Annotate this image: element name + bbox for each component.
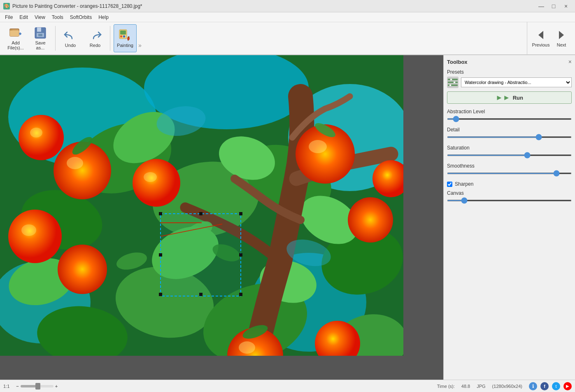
canvas-slider[interactable]: [447, 200, 572, 201]
social-icons: ℹ f t ▶: [529, 382, 572, 390]
zoom-control: − +: [16, 384, 58, 389]
save-as-label: Save as...: [35, 40, 45, 50]
svg-point-38: [67, 157, 83, 169]
undo-label: Undo: [65, 43, 76, 48]
previous-icon: [535, 29, 547, 42]
svg-point-48: [348, 197, 393, 243]
redo-button[interactable]: Redo: [84, 24, 107, 52]
minimize-button[interactable]: —: [535, 0, 547, 12]
menu-file[interactable]: File: [2, 14, 16, 21]
undo-button[interactable]: Undo: [59, 24, 82, 52]
canvas-area[interactable]: [0, 55, 443, 380]
svg-marker-14: [538, 31, 543, 39]
info-icon[interactable]: ℹ: [529, 382, 537, 390]
toolbox-panel: Toolbox × Presets Watercolor: [443, 55, 575, 380]
svg-rect-62: [159, 212, 162, 215]
svg-rect-11: [120, 35, 122, 37]
presets-section: Presets Watercolor drawing - Abstractio.…: [447, 69, 572, 104]
saturation-label: Saturation: [447, 145, 572, 151]
redo-label: Redo: [90, 43, 100, 48]
window-controls: — □ ×: [535, 0, 572, 12]
sharpen-row: Sharpen: [447, 181, 572, 187]
svg-point-39: [19, 115, 64, 160]
sharpen-label[interactable]: Sharpen: [455, 181, 473, 187]
run-label: Run: [513, 95, 523, 101]
image-dimensions: (1280x960x24): [492, 384, 522, 389]
time-label: Time (s):: [437, 384, 455, 389]
time-value: 48.8: [461, 384, 470, 389]
previous-button[interactable]: Previous: [531, 24, 551, 52]
redo-icon: [88, 29, 102, 42]
previous-label: Previous: [532, 42, 550, 47]
svg-point-46: [133, 159, 180, 207]
canvas-label: Canvas: [447, 190, 572, 196]
maximize-button[interactable]: □: [548, 0, 559, 12]
add-files-button[interactable]: Add File(s)...: [4, 24, 27, 52]
svg-point-43: [8, 210, 62, 263]
zoom-thumb[interactable]: [35, 383, 40, 390]
svg-point-44: [21, 224, 36, 236]
saturation-slider[interactable]: [447, 154, 572, 156]
status-bar: 1:1 − + Time (s): 48.8 JPG (1280x960x24)…: [0, 380, 575, 392]
svg-rect-72: [448, 79, 458, 80]
close-button[interactable]: ×: [560, 0, 572, 12]
toolbox-title: Toolbox: [447, 59, 468, 65]
title-bar: 🎨 Picture to Painting Converter - orange…: [0, 0, 575, 12]
toolbar-sep-1: [55, 26, 56, 51]
canvas-section: Canvas: [447, 190, 572, 205]
painting-button[interactable]: Painting: [114, 24, 137, 52]
svg-rect-65: [159, 253, 162, 257]
menu-help[interactable]: Help: [95, 14, 112, 21]
svg-point-47: [144, 172, 157, 182]
svg-rect-67: [159, 293, 162, 296]
zoom-track: [21, 385, 54, 387]
window-title: Picture to Painting Converter - oranges-…: [12, 3, 142, 9]
status-info: Time (s): 48.8 JPG (1280x960x24) ℹ f t ▶: [437, 382, 572, 390]
abstraction-slider[interactable]: [447, 118, 572, 120]
file-format: JPG: [477, 384, 485, 389]
abstraction-slider-section: Abstraction Level: [447, 109, 572, 124]
svg-rect-10: [120, 30, 126, 35]
preset-dropdown[interactable]: Watercolor drawing - Abstractio... Oil p…: [461, 77, 572, 87]
next-button[interactable]: Next: [551, 24, 572, 52]
zoom-in-icon[interactable]: +: [55, 384, 58, 389]
svg-marker-15: [559, 31, 564, 39]
svg-point-76: [454, 82, 456, 84]
svg-point-13: [127, 37, 130, 40]
toolbox-header: Toolbox ×: [447, 58, 572, 65]
detail-slider-section: Detail: [447, 127, 572, 142]
run-arrow-icon: ►►: [496, 93, 510, 102]
menu-tools[interactable]: Tools: [49, 14, 67, 21]
toolbox-close-button[interactable]: ×: [568, 58, 572, 65]
twitter-icon[interactable]: t: [552, 382, 560, 390]
save-as-button[interactable]: Save as...: [29, 24, 52, 52]
add-files-label: Add File(s)...: [7, 40, 24, 50]
youtube-icon[interactable]: ▶: [563, 382, 572, 390]
svg-point-75: [450, 79, 452, 81]
svg-rect-61: [161, 214, 241, 296]
toolbar: Add File(s)... Save as... Undo: [0, 22, 575, 55]
undo-icon: [64, 29, 77, 42]
main-content: Toolbox × Presets Watercolor: [0, 55, 575, 380]
save-icon: [34, 26, 47, 40]
next-label: Next: [557, 42, 566, 47]
run-button[interactable]: ►► Run: [447, 91, 572, 104]
zoom-out-icon[interactable]: −: [16, 384, 19, 389]
zoom-level: 1:1: [3, 384, 9, 389]
smoothness-slider[interactable]: [447, 173, 572, 174]
svg-rect-6: [37, 28, 41, 32]
toolbar-more: »: [138, 42, 142, 52]
sharpen-checkbox[interactable]: [447, 182, 452, 187]
nav-buttons: Previous Next: [527, 22, 572, 55]
menu-edit[interactable]: Edit: [16, 14, 31, 21]
presets-label: Presets: [447, 69, 572, 75]
presets-row: Watercolor drawing - Abstractio... Oil p…: [447, 77, 572, 88]
menu-view[interactable]: View: [31, 14, 49, 21]
svg-rect-8: [38, 34, 42, 36]
menu-softorbits[interactable]: SoftOrbits: [67, 14, 95, 21]
abstraction-label: Abstraction Level: [447, 109, 572, 114]
zoom-section: 1:1: [3, 384, 9, 389]
detail-slider[interactable]: [447, 136, 572, 138]
detail-label: Detail: [447, 127, 572, 133]
facebook-icon[interactable]: f: [540, 382, 549, 390]
